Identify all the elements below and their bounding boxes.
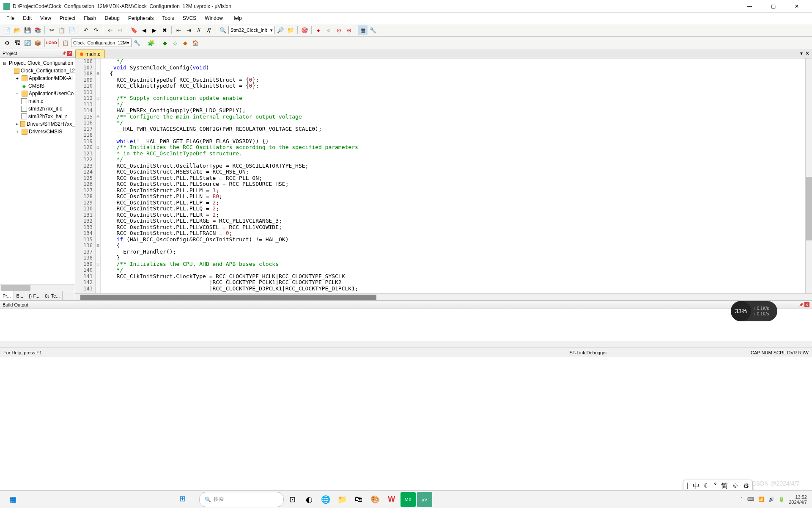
target-settings-icon[interactable]: 🔧	[132, 38, 142, 47]
expand-icon[interactable]: −	[14, 91, 20, 97]
project-hscroll[interactable]	[0, 284, 75, 291]
maximize-button[interactable]: ▢	[765, 1, 782, 11]
menu-debug[interactable]: Debug	[101, 14, 123, 23]
panel-tab[interactable]: {} F...	[26, 291, 42, 300]
expand-icon[interactable]: +	[14, 129, 20, 135]
tree-node[interactable]: stm32h7xx_it.c	[0, 105, 75, 113]
comment-icon[interactable]: //	[194, 25, 203, 35]
expand-icon[interactable]: +	[14, 75, 20, 81]
build-icon[interactable]: 🏗	[13, 38, 22, 47]
ime-item[interactable]: 简	[721, 482, 728, 491]
expand-icon[interactable]: −	[8, 68, 13, 74]
manage-components-icon[interactable]: 🧩	[146, 38, 156, 47]
cubemx-icon[interactable]: MX	[401, 492, 416, 507]
bookmark-icon[interactable]: 🔖	[129, 25, 139, 35]
find-in-files-icon[interactable]: 📁	[286, 25, 295, 35]
breakpoint-kill-icon[interactable]: ⊘	[334, 25, 343, 35]
tab-dropdown-icon[interactable]: ▾	[800, 50, 803, 57]
uncomment-icon[interactable]: //̸	[204, 25, 214, 35]
menu-help[interactable]: Help	[228, 14, 246, 23]
performance-widget[interactable]: 33% ↑ 0.1K/s ↓ 0.1K/s	[731, 301, 777, 321]
nav-forward-icon[interactable]: ⇨	[115, 25, 125, 35]
bookmark-prev-icon[interactable]: ◀	[140, 25, 149, 35]
find-icon[interactable]: 🔍	[218, 25, 228, 35]
menu-project[interactable]: Project	[56, 14, 79, 23]
manage-packs-icon[interactable]: 🏠	[191, 38, 200, 47]
editor-tab-main[interactable]: main.c	[75, 50, 105, 58]
tray-keyboard-icon[interactable]: ⌨	[747, 497, 754, 502]
task-view-icon[interactable]: ⊡	[285, 492, 300, 507]
pack-installer-icon[interactable]: ◆	[160, 38, 170, 47]
store-icon[interactable]: 🛍	[351, 492, 366, 507]
save-icon[interactable]: 💾	[23, 25, 32, 35]
explorer-icon[interactable]: 📁	[335, 492, 350, 507]
editor-vscroll[interactable]	[805, 58, 812, 293]
undo-icon[interactable]: ↶	[81, 25, 91, 35]
panel-tab[interactable]: 0↓ Te...	[42, 291, 63, 300]
nav-back-icon[interactable]: ⇦	[105, 25, 115, 35]
target-dropdown[interactable]: Clock_Configuration_12M▾	[71, 39, 132, 47]
breakpoint-disable-icon[interactable]: ○	[324, 25, 333, 35]
new-file-icon[interactable]: 📄	[3, 25, 12, 35]
window-layout-icon[interactable]: ▦	[358, 25, 368, 35]
taskbar-clock[interactable]: 13:52 2024/4/7	[789, 494, 807, 505]
build-hscroll[interactable]	[0, 341, 812, 348]
panel-close-icon[interactable]: ✕	[67, 51, 72, 56]
panel-tab[interactable]: Pr...	[0, 291, 14, 300]
bookmark-clear-icon[interactable]: ✖	[160, 25, 169, 35]
start-button[interactable]: ⊞	[176, 492, 189, 505]
menu-svcs[interactable]: SVCS	[179, 14, 200, 23]
tree-node[interactable]: ◆CMSIS	[0, 82, 75, 90]
redo-icon[interactable]: ↷	[91, 25, 101, 35]
breakpoint-insert-icon[interactable]: ●	[314, 25, 323, 35]
ime-item[interactable]: ☺	[732, 482, 739, 491]
panel-close-icon[interactable]: ✕	[804, 302, 809, 307]
load-icon[interactable]: LOAD	[47, 38, 56, 47]
tree-node[interactable]: stm32h7xx_hal_r	[0, 113, 75, 120]
ime-item[interactable]: ☾	[704, 482, 710, 491]
rebuild-icon[interactable]: 🔄	[23, 38, 32, 47]
edge-icon[interactable]: 🌐	[318, 492, 333, 507]
wps-icon[interactable]: W	[384, 492, 399, 507]
panel-pin-icon[interactable]: 📌	[61, 51, 66, 56]
menu-file[interactable]: File	[3, 14, 18, 23]
indent-left-icon[interactable]: ⇤	[174, 25, 183, 35]
menu-flash[interactable]: Flash	[80, 14, 100, 23]
paint-icon[interactable]: 🎨	[368, 492, 383, 507]
tray-battery-icon[interactable]: 🔋	[779, 497, 785, 502]
target-options-icon[interactable]: 📋	[61, 38, 70, 47]
tree-node[interactable]: +Application/MDK-AI	[0, 75, 75, 82]
save-all-icon[interactable]: 📚	[33, 25, 42, 35]
menu-view[interactable]: View	[36, 14, 55, 23]
software-packs-icon[interactable]: ◆	[181, 38, 190, 47]
configure-icon[interactable]: 🔧	[368, 25, 378, 35]
ime-item[interactable]: °	[714, 482, 716, 491]
ime-item[interactable]: |	[687, 482, 689, 491]
batch-build-icon[interactable]: 📦	[33, 38, 42, 47]
tree-node[interactable]: main.c	[0, 97, 75, 105]
cut-icon[interactable]: ✂	[47, 25, 56, 35]
widgets-icon[interactable]: ▦	[5, 492, 20, 507]
tree-node[interactable]: +Drivers/STM32H7xx_	[0, 120, 75, 128]
expand-icon[interactable]: +	[14, 121, 19, 127]
open-file-icon[interactable]: 📂	[13, 25, 22, 35]
build-output-text[interactable]	[0, 309, 812, 341]
minimize-button[interactable]: —	[741, 1, 758, 11]
tray-wifi-icon[interactable]: 📶	[758, 497, 764, 502]
ime-item[interactable]: 中	[693, 482, 700, 491]
taskbar-search[interactable]: 🔍 搜索	[199, 492, 284, 507]
tree-node[interactable]: −Application/User/Co	[0, 90, 75, 97]
uvision-icon[interactable]: µV	[417, 492, 432, 507]
editor-hscroll[interactable]	[75, 293, 812, 300]
tree-root[interactable]: ⊟ Project: Clock_Configuration	[0, 59, 75, 67]
menu-peripherals[interactable]: Peripherals	[124, 14, 158, 23]
function-dropdown[interactable]: Stm32_Clock_Init▾	[228, 26, 275, 34]
tab-close-icon[interactable]: ✕	[805, 50, 809, 57]
debug-start-icon[interactable]: 🎯	[300, 25, 309, 35]
bookmark-next-icon[interactable]: ▶	[150, 25, 159, 35]
tray-chevron-icon[interactable]: ˄	[741, 497, 743, 502]
translate-icon[interactable]: ⚙	[3, 38, 12, 47]
panel-pin-icon[interactable]: 📌	[798, 302, 804, 307]
ime-item[interactable]: ⚙	[743, 482, 749, 491]
code-content[interactable]: */ void SystemClock_Config(void) { RCC_O…	[101, 58, 805, 293]
